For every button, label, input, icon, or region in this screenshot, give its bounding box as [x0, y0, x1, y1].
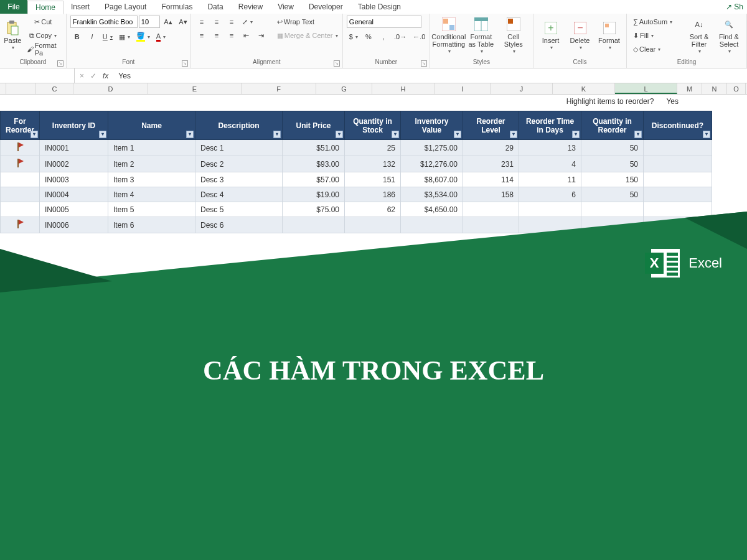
orientation-button[interactable]: ⤢▾: [240, 16, 255, 28]
filter-button-icon[interactable]: ▾: [186, 131, 194, 138]
find-select-button[interactable]: 🔍Find & Select▾: [715, 16, 743, 57]
filter-button-icon[interactable]: ▾: [31, 131, 38, 138]
fill-button[interactable]: ⬇Fill▾: [631, 29, 683, 42]
th-reorder-time-in-days[interactable]: Reorder Time in Days▾: [519, 111, 581, 140]
dialog-launcher-icon[interactable]: ↘: [421, 60, 427, 67]
increase-font-button[interactable]: A▴: [161, 16, 175, 28]
cell[interactable]: 11: [519, 172, 581, 187]
cell[interactable]: 150: [581, 172, 644, 187]
insert-cells-button[interactable]: +Insert▾: [537, 16, 564, 57]
delete-cells-button[interactable]: −Delete▾: [566, 16, 593, 57]
align-top-button[interactable]: ≡: [195, 16, 209, 28]
fill-color-button[interactable]: 🪣▾: [134, 30, 153, 43]
number-format-select[interactable]: [347, 16, 421, 28]
tab-insert[interactable]: Insert: [63, 0, 97, 14]
cell-styles-button[interactable]: Cell Styles▾: [499, 16, 529, 57]
th-inventory-id[interactable]: Inventory ID▾: [40, 111, 108, 140]
align-left-button[interactable]: ≡: [195, 29, 209, 42]
fx-icon[interactable]: fx: [103, 72, 108, 80]
cell[interactable]: 132: [345, 156, 401, 172]
col-header-M[interactable]: M: [677, 83, 702, 94]
filter-button-icon[interactable]: ▾: [634, 131, 642, 138]
bold-button[interactable]: B: [70, 30, 84, 43]
col-header-K[interactable]: K: [553, 83, 615, 94]
cell[interactable]: $8,607.00: [401, 172, 463, 187]
tab-file[interactable]: File: [0, 0, 27, 14]
cell[interactable]: [644, 187, 712, 202]
cell[interactable]: Desc 4: [195, 187, 283, 202]
col-header-D[interactable]: D: [73, 83, 148, 94]
filter-button-icon[interactable]: ▾: [336, 131, 343, 138]
cell[interactable]: $3,534.00: [401, 187, 463, 202]
cell[interactable]: [644, 140, 712, 156]
cell[interactable]: $19.00: [283, 187, 345, 202]
cell[interactable]: 158: [463, 187, 519, 202]
cell[interactable]: 114: [463, 172, 519, 187]
paste-button[interactable]: Paste▾: [4, 16, 22, 57]
dialog-launcher-icon[interactable]: ↘: [334, 60, 340, 67]
cell[interactable]: Desc 2: [195, 156, 283, 172]
col-header-H[interactable]: H: [372, 83, 435, 94]
autosum-button[interactable]: ∑AutoSum▾: [631, 16, 683, 28]
tab-view[interactable]: View: [270, 0, 301, 14]
filter-button-icon[interactable]: ▾: [99, 131, 106, 138]
underline-button[interactable]: U▾: [100, 30, 115, 43]
cell[interactable]: IN0003: [40, 172, 108, 187]
cell[interactable]: [644, 156, 712, 172]
cell[interactable]: [644, 172, 712, 187]
decrease-indent-button[interactable]: ⇤: [240, 29, 253, 42]
cell[interactable]: $51.00: [283, 140, 345, 156]
th-reorder-level[interactable]: Reorder Level▾: [463, 111, 519, 140]
th-description[interactable]: Description▾: [195, 111, 283, 140]
filter-button-icon[interactable]: ▾: [392, 131, 399, 138]
dialog-launcher-icon[interactable]: ↘: [57, 60, 63, 67]
format-painter-button[interactable]: 🖌Format Pa: [24, 43, 62, 55]
tab-data[interactable]: Data: [200, 0, 230, 14]
cell[interactable]: $93.00: [283, 156, 345, 172]
col-header-N[interactable]: N: [702, 83, 727, 94]
col-header-I[interactable]: I: [435, 83, 491, 94]
cell[interactable]: 50: [581, 140, 644, 156]
th-quantity-in-reorder[interactable]: Quantity in Reorder▾: [581, 111, 644, 140]
cell[interactable]: $1,275.00: [401, 140, 463, 156]
cell[interactable]: 13: [519, 140, 581, 156]
th-unit-price[interactable]: Unit Price▾: [283, 111, 345, 140]
tab-formulas[interactable]: Formulas: [154, 0, 200, 14]
filter-button-icon[interactable]: ▾: [273, 131, 281, 138]
th-quantity-in-stock[interactable]: Quantity in Stock▾: [345, 111, 401, 140]
tab-page-layout[interactable]: Page Layout: [97, 0, 154, 14]
tab-developer[interactable]: Developer: [301, 0, 350, 14]
tab-home[interactable]: Home: [27, 1, 63, 14]
format-cells-button[interactable]: Format▾: [596, 16, 622, 57]
col-header-F[interactable]: F: [242, 83, 316, 94]
align-center-button[interactable]: ≡: [210, 29, 223, 42]
cell[interactable]: Desc 3: [195, 172, 283, 187]
cell[interactable]: Item 4: [108, 187, 195, 202]
cell[interactable]: 186: [345, 187, 401, 202]
wrap-text-button[interactable]: ↩Wrap Text: [275, 16, 343, 28]
cell[interactable]: 6: [519, 187, 581, 202]
tab-table-design[interactable]: Table Design: [350, 0, 408, 14]
align-middle-button[interactable]: ≡: [210, 16, 223, 28]
col-header-blank[interactable]: [0, 83, 6, 94]
th-discontinued-[interactable]: Discontinued?▾: [644, 111, 712, 140]
cancel-icon[interactable]: ×: [80, 72, 84, 80]
italic-button[interactable]: I: [85, 30, 99, 43]
cut-button[interactable]: ✂Cut: [24, 16, 62, 28]
th-name[interactable]: Name▾: [108, 111, 195, 140]
col-header-C[interactable]: C: [36, 83, 73, 94]
sort-filter-button[interactable]: A↓Sort & Filter▾: [685, 16, 713, 57]
copy-button[interactable]: ⧉Copy▾: [24, 29, 62, 42]
cell[interactable]: 29: [463, 140, 519, 156]
col-header-J[interactable]: J: [491, 83, 553, 94]
col-header-O[interactable]: O: [727, 83, 746, 94]
font-color-button[interactable]: A▾: [154, 30, 168, 43]
dialog-launcher-icon[interactable]: ↘: [182, 60, 188, 67]
cell[interactable]: IN0004: [40, 187, 108, 202]
cell[interactable]: IN0001: [40, 140, 108, 156]
cell[interactable]: Desc 1: [195, 140, 283, 156]
cell[interactable]: Item 2: [108, 156, 195, 172]
increase-decimal-button[interactable]: .0→: [392, 30, 409, 43]
table-row[interactable]: IN0001Item 1Desc 1$51.0025$1,275.0029135…: [1, 140, 712, 156]
filter-button-icon[interactable]: ▾: [572, 131, 580, 138]
